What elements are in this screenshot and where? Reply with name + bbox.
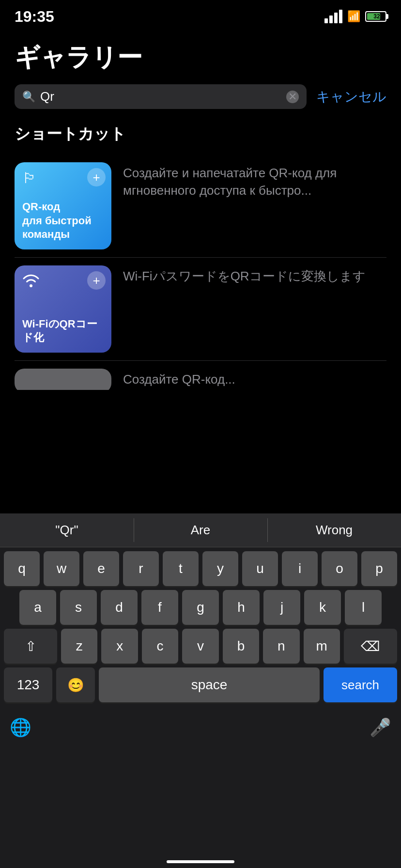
key-c[interactable]: c <box>142 629 178 664</box>
battery-icon: 32 <box>365 11 386 22</box>
key-z[interactable]: z <box>61 629 97 664</box>
page-title: ギャラリー <box>0 26 401 84</box>
key-row-1: q w e r t y u i o p <box>4 551 397 586</box>
search-input-wrapper[interactable]: 🔍 ✕ <box>15 84 307 109</box>
shortcut-description-1: Создайте и напечатайте QR-код для мгнове… <box>123 162 386 200</box>
key-t[interactable]: t <box>163 551 199 586</box>
shortcut-card-title-2: Wi-FiのQRコード化 <box>22 317 104 345</box>
key-k[interactable]: k <box>304 590 341 625</box>
key-d[interactable]: d <box>101 590 138 625</box>
shortcut-card-icon-2 <box>22 273 40 291</box>
key-m[interactable]: m <box>304 629 340 664</box>
key-p[interactable]: p <box>361 551 397 586</box>
search-clear-button[interactable]: ✕ <box>286 91 299 103</box>
key-g[interactable]: g <box>182 590 219 625</box>
key-n[interactable]: n <box>263 629 299 664</box>
shortcut-card-icon-1: 🏳 <box>22 170 37 186</box>
key-numbers[interactable]: 123 <box>4 667 52 702</box>
key-u[interactable]: u <box>242 551 278 586</box>
keyboard-rows: q w e r t y u i o p a s d f g h j k l ⇧ … <box>0 547 401 708</box>
key-delete[interactable]: ⌫ <box>344 629 397 664</box>
status-bar: 19:35 📶 32 <box>0 0 401 26</box>
key-emoji[interactable]: 😊 <box>56 667 95 702</box>
search-bar-container: 🔍 ✕ キャンセル <box>0 84 401 109</box>
shortcut-card-2[interactable]: + Wi-FiのQRコード化 <box>15 265 111 353</box>
autocomplete-item-1[interactable]: "Qr" <box>0 513 134 547</box>
key-row-4: 123 😊 space search <box>4 667 397 702</box>
key-v[interactable]: v <box>182 629 218 664</box>
key-o[interactable]: o <box>322 551 357 586</box>
key-w[interactable]: w <box>44 551 79 586</box>
key-q[interactable]: q <box>4 551 40 586</box>
shortcut-item-2: + Wi-FiのQRコード化 Wi-FiパスワードをQRコードに変換します <box>15 258 386 361</box>
shortcut-card-1[interactable]: 🏳 + QR-коддля быстройкоманды <box>15 162 111 249</box>
key-i[interactable]: i <box>282 551 318 586</box>
shortcut-card-3[interactable] <box>15 369 111 390</box>
autocomplete-bar: "Qr" Are Wrong <box>0 513 401 547</box>
key-f[interactable]: f <box>141 590 178 625</box>
keyboard-bottom: 🌐 🎤 <box>0 708 401 752</box>
microphone-icon[interactable]: 🎤 <box>370 717 391 738</box>
signal-icon <box>324 10 342 23</box>
autocomplete-item-2[interactable]: Are <box>134 513 267 547</box>
key-s[interactable]: s <box>60 590 97 625</box>
key-space[interactable]: space <box>99 667 320 702</box>
shortcut-description-3: Создайте QR-код... <box>123 369 386 388</box>
keyboard: "Qr" Are Wrong q w e r t y u i o p a s d… <box>0 513 401 868</box>
key-x[interactable]: x <box>101 629 138 664</box>
shortcut-add-button-1[interactable]: + <box>87 168 106 186</box>
key-j[interactable]: j <box>263 590 300 625</box>
key-shift[interactable]: ⇧ <box>4 629 57 664</box>
shortcut-card-title-1: QR-коддля быстройкоманды <box>22 200 104 242</box>
search-input[interactable] <box>40 89 281 104</box>
status-time: 19:35 <box>15 8 54 26</box>
shortcut-item-3-partial: Создайте QR-код... <box>15 361 386 390</box>
shortcut-item: 🏳 + QR-коддля быстройкоманды Создайте и … <box>15 155 386 258</box>
key-r[interactable]: r <box>123 551 159 586</box>
section-header-shortcuts: ショートカット <box>0 109 401 155</box>
key-b[interactable]: b <box>223 629 259 664</box>
search-icon: 🔍 <box>22 91 35 103</box>
key-a[interactable]: a <box>19 590 56 625</box>
globe-icon[interactable]: 🌐 <box>10 717 31 738</box>
cancel-button[interactable]: キャンセル <box>316 88 386 106</box>
shortcut-description-2: Wi-FiパスワードをQRコードに変換します <box>123 265 386 285</box>
autocomplete-item-3[interactable]: Wrong <box>267 513 401 547</box>
shortcuts-list: 🏳 + QR-коддля быстройкоманды Создайте и … <box>0 155 401 390</box>
battery-level: 32 <box>367 13 386 20</box>
key-search[interactable]: search <box>324 667 397 702</box>
status-icons: 📶 32 <box>324 10 386 23</box>
key-y[interactable]: y <box>202 551 238 586</box>
home-indicator <box>167 860 234 863</box>
key-h[interactable]: h <box>223 590 260 625</box>
key-row-3: ⇧ z x c v b n m ⌫ <box>4 629 397 664</box>
wifi-icon: 📶 <box>347 10 360 23</box>
key-row-2: a s d f g h j k l <box>4 590 397 625</box>
key-e[interactable]: e <box>83 551 119 586</box>
key-l[interactable]: l <box>345 590 382 625</box>
shortcut-add-button-2[interactable]: + <box>87 271 106 290</box>
